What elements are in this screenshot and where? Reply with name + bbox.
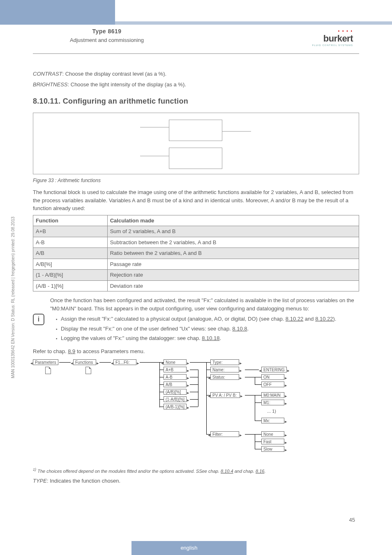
link-8-16[interactable]: 8.16 (256, 469, 264, 474)
header-thin-bar (115, 21, 392, 25)
brightness-label: BRIGHTNESS (33, 81, 68, 88)
section-heading: 8.10.11. Configuring an arithmetic funct… (33, 96, 359, 107)
footnote: 1) The choices offered depend on the mod… (33, 467, 359, 474)
info-icon: i (33, 314, 44, 325)
tree-abpct: (A/B)[%] (164, 389, 187, 395)
tree-status: Status: (210, 374, 239, 380)
doc-subtitle: Adjustment and commissioning (41, 37, 173, 43)
function-table: Function Calculation made A+BSum of 2 va… (33, 215, 359, 292)
link-8-10-18[interactable]: 8.10.18 (202, 335, 219, 341)
tree-filter: Filter: (210, 431, 239, 437)
link-8-10-4[interactable]: 8.10.4 (221, 469, 233, 474)
figure-line-3 (140, 156, 169, 156)
link-8-10-22b[interactable]: 8.10.22 (315, 316, 333, 322)
section-title: Configuring an arithmetic function (63, 97, 188, 105)
body-para1: The functional block is used to calculat… (33, 188, 359, 213)
tree-none: None (164, 359, 187, 365)
figure-caption: Figure 33 : Arithmetic functions (33, 177, 359, 184)
tree-name: Name: (210, 367, 239, 372)
brightness-line: BRIGHTNESS: Choose the light intensity o… (33, 81, 359, 89)
tree-connector (159, 362, 160, 407)
tree-entering: ENTERING (261, 367, 287, 372)
tree-connector (206, 362, 207, 434)
tree-abminus1: (A/B-1)[%] (164, 404, 187, 409)
note-body: Once the function has been configured an… (50, 296, 359, 344)
footer-language: english (131, 541, 247, 555)
note-bullet-1: Assign the result "Fx:" calculated to a … (56, 315, 359, 323)
tree-m1: M1: (261, 400, 284, 405)
figure-box (33, 113, 359, 174)
tree-off: OFF (261, 382, 284, 387)
table-row: A+BSum of 2 variables, A and B (33, 226, 359, 237)
table-header-calc: Calculation made (107, 215, 359, 226)
tree-connector (59, 362, 71, 363)
logo-name: burkert (312, 33, 353, 44)
footnote-sup: 1) (33, 467, 36, 472)
page-number: 45 (349, 517, 355, 523)
tree-aminusb: A-B (164, 374, 187, 380)
tree-type: Type: (210, 359, 239, 365)
table-header-function: Function (33, 215, 108, 226)
note-bullet-3: Logging the values of "Fx:" using the da… (56, 334, 359, 342)
contrast-label: CONTRAST (33, 71, 62, 77)
tree-oneminus: (1-A/B)[%] (164, 396, 187, 402)
tree-parameters: Parameters (33, 359, 58, 365)
dogear-icon (45, 367, 51, 374)
tree-dots: ... 1) (267, 408, 276, 415)
table-row: (1 - A/B)[%]Rejection rate (33, 270, 359, 281)
brightness-text: : Choose the light intensity of the disp… (68, 81, 186, 88)
link-8-10-8[interactable]: 8.10.8 (232, 326, 247, 332)
side-metadata: MAN 1000139642 EN Version: D Status: RL … (11, 217, 15, 378)
note-bullet-2: Display the result "Fx:" on one of the u… (56, 325, 359, 333)
tree-filter-none: None (261, 431, 284, 437)
page-content: CONTRAST: Choose the display contrast le… (33, 70, 359, 488)
header-accent-bar (0, 0, 115, 25)
dogear-icon (85, 367, 91, 374)
type-text: : Indicates the function chosen. (47, 478, 120, 484)
tree-m0main: M0:MAIN (261, 392, 284, 398)
type-label: TYPE (33, 478, 47, 484)
tree-filter-slow: Slow (261, 446, 284, 452)
header-rule (33, 53, 359, 54)
table-row: A-BSubtraction between the 2 variables, … (33, 237, 359, 248)
menu-tree: Parameters Functions F1...F6: None A+B A… (33, 359, 359, 462)
note-lead: Once the function has been configured an… (50, 296, 359, 312)
table-row: A/BRatio between the 2 variables, A and … (33, 248, 359, 259)
tree-aplusb: A+B (164, 367, 187, 372)
tree-connector (140, 362, 159, 363)
header-left: Type 8619 Adjustment and commissioning (41, 28, 173, 43)
tree-mx: Mx: (261, 418, 284, 423)
footer-bar: english (0, 541, 392, 555)
figure-line-1 (140, 127, 169, 127)
tree-filter-fast: Fast (261, 439, 284, 444)
logo-tagline: FLUID CONTROL SYSTEMS (312, 44, 353, 46)
refer-line: Refer to chap. 8.9 to access Parameters … (33, 347, 359, 356)
tree-adivb: A/B (164, 382, 187, 387)
tree-functions: Functions (73, 359, 96, 365)
figure-line-2 (222, 131, 251, 132)
table-row: A/B[%]Passage rate (33, 259, 359, 270)
brand-logo: • • • • burkert FLUID CONTROL SYSTEMS (312, 29, 353, 46)
link-8-9[interactable]: 8.9 (68, 348, 75, 354)
contrast-text: : Choose the display contrast level (as … (62, 71, 167, 77)
figure-lcd-bottom (169, 148, 222, 169)
table-row: (A/B - 1)[%]Deviation rate (33, 280, 359, 291)
tree-connector (99, 362, 111, 363)
tree-pvab: PV A: / PV B: (210, 392, 240, 398)
contrast-line: CONTRAST: Choose the display contrast le… (33, 70, 359, 78)
doc-type: Type 8619 (41, 28, 173, 35)
info-note: i Once the function has been configured … (33, 296, 359, 344)
tree-f1f6: F1...F6: (113, 359, 136, 365)
section-number: 8.10.11. (33, 97, 60, 105)
logo-dots: • • • • (312, 29, 353, 33)
tree-on: ON (261, 374, 284, 380)
figure-lcd-top (169, 120, 222, 141)
link-8-10-22a[interactable]: 8.10.22 (286, 316, 303, 322)
type-line: TYPE: Indicates the function chosen. (33, 477, 359, 485)
